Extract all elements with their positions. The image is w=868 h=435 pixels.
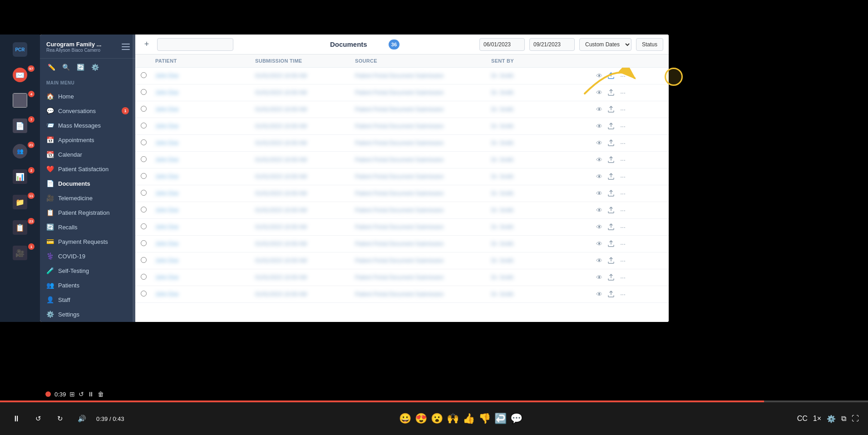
fullscreen-button[interactable]: ⛶ bbox=[852, 415, 859, 423]
upload-button[interactable] bbox=[607, 206, 616, 215]
edit-icon[interactable]: ✏️ bbox=[46, 62, 56, 72]
row-checkbox[interactable] bbox=[141, 223, 155, 231]
more-button[interactable]: ··· bbox=[618, 239, 627, 248]
sidebar-item-conversations[interactable]: 💬Conversations1 bbox=[40, 104, 135, 118]
more-button[interactable]: ··· bbox=[618, 290, 627, 299]
sidebar-item-staff[interactable]: 👤Staff bbox=[40, 292, 135, 307]
view-button[interactable]: 👁 bbox=[595, 256, 604, 265]
row-checkbox[interactable] bbox=[141, 257, 155, 264]
sidebar-item-patient-satisfaction[interactable]: ❤️Patient Satisfaction bbox=[40, 162, 135, 176]
date-from-input[interactable] bbox=[479, 38, 525, 51]
rewind-button[interactable]: ↺ bbox=[31, 411, 45, 426]
left-panel-item-pcr[interactable]: PCR bbox=[4, 38, 36, 62]
emoji-reply[interactable]: ↩️ bbox=[494, 413, 507, 425]
row-checkbox[interactable] bbox=[141, 139, 155, 147]
more-button[interactable]: ··· bbox=[618, 138, 627, 148]
upload-button[interactable] bbox=[607, 71, 616, 80]
emoji-chat[interactable]: 💬 bbox=[510, 413, 523, 425]
view-button[interactable]: 👁 bbox=[595, 189, 604, 198]
date-to-input[interactable] bbox=[529, 38, 575, 51]
filter-icon[interactable]: ⚙️ bbox=[90, 62, 100, 72]
left-panel-item-messages[interactable]: ✉️ 97 bbox=[4, 64, 36, 87]
upload-button[interactable] bbox=[607, 189, 616, 198]
more-button[interactable]: ··· bbox=[618, 155, 627, 164]
zoom-button[interactable]: 1× bbox=[813, 415, 821, 423]
view-button[interactable]: 👁 bbox=[595, 155, 604, 164]
row-checkbox[interactable] bbox=[141, 106, 155, 113]
date-filter-dropdown[interactable]: Custom Dates Last 7 Days Last 30 Days Al… bbox=[579, 38, 631, 51]
more-button[interactable]: ··· bbox=[618, 256, 627, 265]
emoji-clap[interactable]: 🙌 bbox=[447, 413, 459, 425]
view-button[interactable]: 👁 bbox=[595, 239, 604, 248]
sidebar-item-settings[interactable]: ⚙️Settings bbox=[40, 307, 135, 321]
view-button[interactable]: 👁 bbox=[595, 105, 604, 114]
more-button[interactable]: ··· bbox=[618, 71, 627, 80]
sidebar-item-recalls[interactable]: 🔄Recalls bbox=[40, 220, 135, 234]
status-button[interactable]: Status bbox=[636, 38, 663, 51]
view-button[interactable]: 👁 bbox=[595, 290, 604, 299]
left-panel-item-3[interactable]: 4 bbox=[4, 89, 36, 113]
row-checkbox[interactable] bbox=[141, 72, 155, 79]
view-button[interactable]: 👁 bbox=[595, 222, 604, 232]
left-panel-item-9[interactable]: 🎥 1 bbox=[4, 242, 36, 265]
emoji-thumbs-down[interactable]: 👎 bbox=[478, 413, 491, 425]
view-button[interactable]: 👁 bbox=[595, 71, 604, 80]
upload-button[interactable] bbox=[607, 172, 616, 181]
view-button[interactable]: 👁 bbox=[595, 172, 604, 181]
upload-button[interactable] bbox=[607, 122, 616, 131]
view-button[interactable]: 👁 bbox=[595, 273, 604, 282]
view-button[interactable]: 👁 bbox=[595, 138, 604, 148]
sidebar-item-calendar[interactable]: 📆Calendar bbox=[40, 147, 135, 162]
sidebar-item-documents[interactable]: 📄Documents bbox=[40, 176, 135, 191]
upload-button[interactable] bbox=[607, 290, 616, 299]
row-checkbox[interactable] bbox=[141, 190, 155, 197]
pause-button[interactable]: ⏸ bbox=[9, 411, 24, 426]
upload-button[interactable] bbox=[607, 88, 616, 97]
left-panel-item-6[interactable]: 📊 2 bbox=[4, 165, 36, 189]
emoji-heart-eyes[interactable]: 😍 bbox=[415, 413, 427, 425]
row-checkbox[interactable] bbox=[141, 156, 155, 163]
row-checkbox[interactable] bbox=[141, 291, 155, 298]
row-checkbox[interactable] bbox=[141, 240, 155, 247]
sidebar-item-covid-19[interactable]: ⚕️COVID-19 bbox=[40, 249, 135, 263]
sidebar-item-patients[interactable]: 👥Patients bbox=[40, 278, 135, 292]
left-panel-item-4[interactable]: 📄 7 bbox=[4, 114, 36, 138]
more-button[interactable]: ··· bbox=[618, 189, 627, 198]
sidebar-item-home[interactable]: 🏠Home bbox=[40, 89, 135, 104]
sidebar-item-patient-registration[interactable]: 📋Patient Registration bbox=[40, 205, 135, 220]
upload-button[interactable] bbox=[607, 138, 616, 148]
sidebar-item-appointments[interactable]: 📅Appointments bbox=[40, 133, 135, 147]
rec-pause-button[interactable]: ⏸ bbox=[88, 391, 94, 398]
upload-button[interactable] bbox=[607, 105, 616, 114]
add-button[interactable]: + bbox=[141, 39, 153, 50]
row-checkbox[interactable] bbox=[141, 207, 155, 214]
captions-button[interactable]: CC bbox=[797, 415, 808, 423]
upload-button[interactable] bbox=[607, 155, 616, 164]
rec-grid-button[interactable]: ⊞ bbox=[69, 391, 75, 398]
settings-button[interactable]: ⚙️ bbox=[827, 415, 836, 423]
more-button[interactable]: ··· bbox=[618, 122, 627, 131]
row-checkbox[interactable] bbox=[141, 89, 155, 96]
sidebar-item-telemedicine[interactable]: 🎥Telemedicine bbox=[40, 191, 135, 205]
emoji-grin[interactable]: 😀 bbox=[399, 413, 411, 425]
left-panel-item-8[interactable]: 📋 23 bbox=[4, 216, 36, 240]
pip-button[interactable]: ⧉ bbox=[841, 415, 846, 423]
upload-button[interactable] bbox=[607, 222, 616, 232]
row-checkbox[interactable] bbox=[141, 274, 155, 281]
rec-refresh-button[interactable]: ↺ bbox=[79, 391, 84, 398]
more-button[interactable]: ··· bbox=[618, 172, 627, 181]
search-sidebar-icon[interactable]: 🔍 bbox=[61, 62, 71, 72]
view-button[interactable]: 👁 bbox=[595, 88, 604, 97]
row-checkbox[interactable] bbox=[141, 123, 155, 130]
sidebar-item-mass-messages[interactable]: 📨Mass Messages bbox=[40, 118, 135, 133]
upload-button[interactable] bbox=[607, 256, 616, 265]
emoji-thumbs-up[interactable]: 👍 bbox=[463, 413, 475, 425]
search-input[interactable] bbox=[157, 38, 233, 51]
sidebar-item-self-testing[interactable]: 🧪Self-Testing bbox=[40, 263, 135, 278]
upload-button[interactable] bbox=[607, 239, 616, 248]
more-button[interactable]: ··· bbox=[618, 88, 627, 97]
left-panel-item-7[interactable]: 📁 11 bbox=[4, 191, 36, 214]
more-button[interactable]: ··· bbox=[618, 105, 627, 114]
hamburger-icon[interactable] bbox=[122, 44, 130, 50]
progress-bar[interactable] bbox=[0, 400, 868, 402]
